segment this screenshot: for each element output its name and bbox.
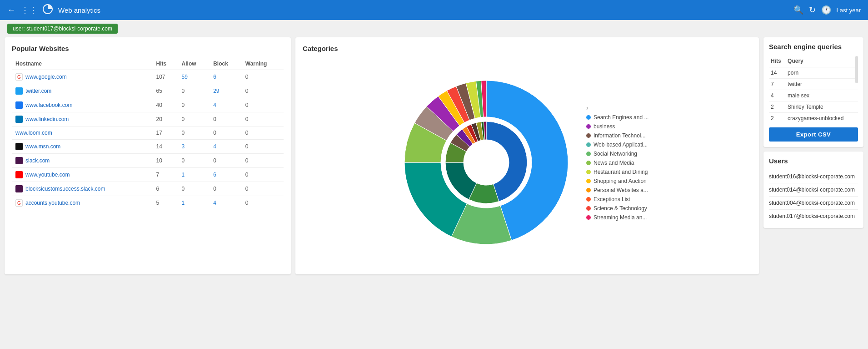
hostname-cell: ▶ www.youtube.com (12, 168, 152, 182)
col-hits: Hits (152, 58, 178, 70)
allow-cell: 59 (178, 70, 210, 84)
legend-dot (586, 133, 591, 138)
users-panel: Users student016@blocksi-corporate.comst… (763, 152, 863, 228)
hostname-text: www.google.com (25, 74, 67, 80)
hostname-text: accounts.youtube.com (25, 200, 80, 206)
legend-dot (586, 152, 591, 156)
block-cell: 4 (210, 196, 242, 210)
legend-item: Streaming Media an... (586, 214, 659, 221)
legend-dot (586, 206, 591, 211)
user-item[interactable]: student004@blocksi-corporate.com (769, 197, 858, 210)
warning-cell: 0 (242, 112, 284, 126)
legend-dot (586, 197, 591, 202)
hostname-link[interactable]: M www.msn.com (15, 143, 149, 150)
categories-panel: Categories › Search Engines and ... busi… (295, 37, 759, 274)
hits-cell: 5 (152, 196, 178, 210)
legend-item: business (586, 123, 659, 130)
allow-cell: 0 (178, 126, 210, 140)
favicon-icon: # (15, 157, 23, 164)
user-item[interactable]: student014@blocksi-corporate.com (769, 183, 858, 197)
last-year-label[interactable]: Last year (837, 7, 861, 14)
legend-item: Restaurant and Dining (586, 169, 659, 175)
hostname-text: www.loom.com (15, 130, 52, 136)
user-item[interactable]: student016@blocksi-corporate.com (769, 170, 858, 183)
block-cell: 0 (210, 154, 242, 168)
query-hits: 2 (769, 101, 786, 113)
favicon-icon: in (15, 116, 23, 123)
legend-dot (586, 142, 591, 147)
logo-icon (43, 4, 53, 16)
grid-icon[interactable]: ⋮⋮ (21, 5, 37, 15)
hostname-link[interactable]: G accounts.youtube.com (15, 199, 149, 207)
block-cell: 0 (210, 126, 242, 140)
user-item[interactable]: student017@blocksi-corporate.com (769, 210, 858, 223)
queries-table: Hits Query 14 porn 7 twitter 4 male sex … (769, 56, 858, 124)
block-cell: 4 (210, 140, 242, 154)
query-hits: 14 (769, 67, 786, 79)
legend-item: News and Media (586, 160, 659, 166)
legend-dot (586, 115, 591, 120)
right-column: Search engine queries Hits Query 14 porn… (763, 37, 863, 274)
refresh-icon[interactable]: ↻ (809, 5, 816, 15)
query-row: 4 male sex (769, 90, 858, 101)
hits-cell: 17 (152, 126, 178, 140)
legend-label: business (594, 123, 615, 130)
warning-cell: 0 (242, 154, 284, 168)
legend-label: Web-based Applicati... (594, 142, 648, 148)
query-hits: 7 (769, 79, 786, 90)
hostname-link[interactable]: ▶ www.youtube.com (15, 171, 149, 178)
favicon-icon: t (15, 87, 23, 95)
hits-cell: 7 (152, 168, 178, 182)
allow-cell: 1 (178, 196, 210, 210)
legend-label: Shopping and Auction (594, 178, 647, 184)
hostname-link[interactable]: t twitter.com (15, 87, 149, 95)
favicon-icon: f (15, 101, 23, 109)
table-row: # slack.com 10 0 0 0 (12, 154, 284, 168)
hostname-link[interactable]: G www.google.com (15, 73, 149, 81)
hits-cell: 65 (152, 84, 178, 98)
users-list: student016@blocksi-corporate.comstudent0… (769, 170, 858, 223)
favicon-icon: M (15, 143, 23, 150)
col-block: Block (210, 58, 242, 70)
hostname-link[interactable]: in www.linkedin.com (15, 116, 149, 123)
table-row: www.loom.com 17 0 0 0 (12, 126, 284, 140)
hostname-cell: G www.google.com (12, 70, 152, 84)
hostname-cell: # blocksicustomsuccess.slack.com (12, 182, 152, 196)
legend-item: Personal Websites a... (586, 187, 659, 193)
hostname-link[interactable]: f www.facebook.com (15, 101, 149, 109)
chart-legend: › Search Engines and ... business Inform… (586, 104, 659, 221)
hostname-link[interactable]: # blocksicustomsuccess.slack.com (15, 185, 149, 192)
block-cell: 0 (210, 182, 242, 196)
queries-wrapper: Hits Query 14 porn 7 twitter 4 male sex … (769, 56, 858, 124)
hostname-text: blocksicustomsuccess.slack.com (25, 186, 105, 192)
time-icon: 🕐 (821, 5, 831, 15)
legend-item: Social Networking (586, 151, 659, 157)
hostname-link[interactable]: # slack.com (15, 157, 149, 164)
legend-item: Search Engines and ... (586, 114, 659, 121)
hostname-cell: G accounts.youtube.com (12, 196, 152, 210)
allow-cell: 0 (178, 154, 210, 168)
search-queries-panel: Search engine queries Hits Query 14 porn… (763, 37, 863, 147)
legend-label: News and Media (594, 160, 634, 166)
allow-cell: 0 (178, 182, 210, 196)
legend-item: Web-based Applicati... (586, 142, 659, 148)
legend-dot (586, 170, 591, 174)
allow-cell: 0 (178, 98, 210, 112)
legend-label: Science & Technology (594, 205, 647, 212)
qcol-query: Query (786, 56, 858, 67)
legend-expand-icon[interactable]: › (586, 104, 589, 111)
user-badge: user: student017@blocksi-corporate.com (7, 24, 118, 34)
app-title: Web analytics (58, 6, 788, 14)
queries-title: Search engine queries (769, 43, 858, 51)
hostname-text: twitter.com (25, 88, 51, 94)
popular-websites-panel: Popular Websites Hostname Hits Allow Blo… (5, 37, 291, 274)
scrollbar[interactable] (855, 56, 858, 83)
export-csv-button[interactable]: Export CSV (769, 127, 858, 142)
favicon-icon: # (15, 185, 23, 192)
search-icon[interactable]: 🔍 (793, 5, 803, 15)
back-icon[interactable]: ← (7, 5, 15, 15)
hostname-text: www.linkedin.com (25, 116, 69, 122)
legend-item: Shopping and Auction (586, 178, 659, 184)
hostname-link[interactable]: www.loom.com (15, 130, 149, 136)
hostname-cell: in www.linkedin.com (12, 112, 152, 126)
